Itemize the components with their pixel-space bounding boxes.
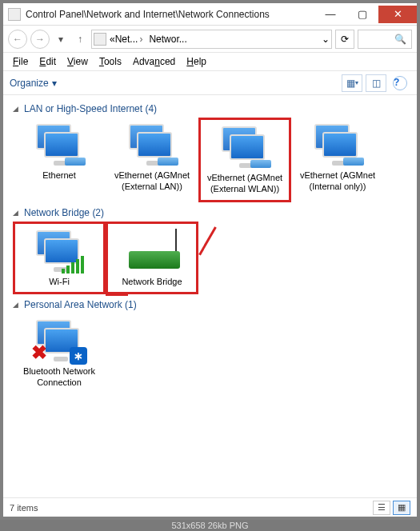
connection-item-vethernet-ext-wlan[interactable]: vEthernet (AGMnet (External WLAN))	[198, 118, 291, 202]
group-count: (4)	[145, 103, 157, 114]
content-area: ◢ LAN or High-Speed Internet (4) Etherne…	[3, 95, 417, 497]
network-bridge-icon	[122, 229, 182, 277]
preview-pane-button[interactable]: ◫	[366, 74, 386, 92]
status-bar: 7 items ☰ ▦	[3, 497, 417, 517]
connection-item-ethernet[interactable]: Ethernet	[13, 118, 106, 202]
group-label: Network Bridge	[24, 207, 90, 218]
connection-item-vethernet-internal[interactable]: vEthernet (AGMnet (Internal only))	[291, 118, 384, 202]
bluetooth-adapter-icon: ✖∗	[30, 318, 89, 366]
breadcrumb-current[interactable]: Networ...	[146, 34, 190, 45]
control-panel-icon	[8, 8, 21, 21]
nav-bar: ← → ▾ ↑ « Net...› Networ... ⌄ ⟳ 🔍	[3, 26, 417, 53]
group-count: (1)	[125, 299, 137, 310]
group-label: LAN or High-Speed Internet	[24, 103, 142, 114]
title-bar: Control Panel\Network and Internet\Netwo…	[3, 3, 417, 26]
crumb-text: Networ...	[149, 34, 186, 45]
item-label: vEthernet (AGMnet (External WLAN))	[202, 173, 287, 195]
up-button[interactable]: ↑	[72, 31, 88, 47]
breadcrumb-prev[interactable]: « Net...›	[106, 34, 146, 45]
search-box[interactable]: 🔍	[358, 30, 412, 49]
refresh-button[interactable]: ⟳	[335, 30, 354, 49]
recent-dropdown[interactable]: ▾	[53, 31, 69, 47]
explorer-window: Control Panel\Network and Internet\Netwo…	[0, 0, 420, 520]
network-adapter-icon	[30, 122, 89, 170]
details-view-button[interactable]: ☰	[373, 501, 390, 515]
network-adapter-icon	[308, 122, 367, 170]
group-count: (2)	[92, 207, 104, 218]
item-label: Wi-Fi	[49, 277, 70, 288]
network-adapter-icon	[122, 122, 182, 170]
icons-view-button[interactable]: ▦	[393, 501, 410, 515]
menu-file[interactable]: File	[13, 56, 28, 67]
item-label: vEthernet (AGMnet (External LAN))	[107, 170, 197, 193]
address-bar[interactable]: « Net...› Networ... ⌄	[91, 30, 332, 49]
group-items-lan: Ethernet vEthernet (AGMnet (External LAN…	[13, 118, 409, 202]
group-header-lan[interactable]: ◢ LAN or High-Speed Internet (4)	[13, 103, 409, 114]
help-button[interactable]: ?	[390, 74, 410, 92]
menu-tools[interactable]: Tools	[99, 56, 122, 67]
organize-button[interactable]: Organize ▾	[10, 78, 57, 89]
group-label: Personal Area Network	[24, 299, 122, 310]
annotation-line	[106, 293, 128, 296]
menu-edit[interactable]: Edit	[39, 56, 56, 67]
connection-item-wifi[interactable]: Wi-Fi	[13, 222, 106, 295]
minimize-button[interactable]: —	[314, 6, 346, 23]
collapse-caret-icon: ◢	[13, 105, 21, 113]
forward-button[interactable]: →	[30, 30, 50, 49]
group-header-pan[interactable]: ◢ Personal Area Network (1)	[13, 299, 409, 310]
menu-view[interactable]: View	[67, 56, 88, 67]
collapse-caret-icon: ◢	[13, 301, 21, 309]
window-title: Control Panel\Network and Internet\Netwo…	[26, 9, 314, 20]
menu-help[interactable]: Help	[186, 56, 206, 67]
image-footer: 531x658 26kb PNG	[0, 520, 420, 530]
item-count: 7 items	[10, 503, 38, 513]
organize-label: Organize	[10, 78, 49, 89]
close-button[interactable]: ✕	[378, 6, 417, 23]
chevron-down-icon: ▾	[52, 78, 57, 89]
connection-item-vethernet-ext-lan[interactable]: vEthernet (AGMnet (External LAN))	[106, 118, 198, 202]
window-buttons: — ▢ ✕	[314, 6, 417, 23]
group-items-pan: ✖∗ Bluetooth Network Connection	[13, 313, 409, 393]
back-button[interactable]: ←	[8, 30, 27, 49]
search-icon: 🔍	[394, 34, 406, 45]
toolbar: Organize ▾ ▦▾ ◫ ?	[3, 71, 417, 95]
network-adapter-icon	[215, 125, 274, 173]
connection-item-bluetooth[interactable]: ✖∗ Bluetooth Network Connection	[13, 313, 106, 393]
crumb-text: Net...	[115, 34, 138, 45]
group-header-bridge[interactable]: ◢ Network Bridge (2)	[13, 207, 409, 218]
wifi-adapter-icon	[30, 229, 89, 277]
collapse-caret-icon: ◢	[13, 209, 21, 217]
address-dropdown[interactable]: ⌄	[322, 34, 330, 45]
menu-bar: File Edit View Tools Advanced Help	[3, 53, 417, 71]
connection-item-bridge[interactable]: Network Bridge	[106, 222, 198, 295]
address-icon	[94, 33, 106, 46]
item-label: Ethernet	[42, 170, 76, 182]
maximize-button[interactable]: ▢	[346, 6, 378, 23]
menu-advanced[interactable]: Advanced	[133, 56, 175, 67]
item-label: vEthernet (AGMnet (Internal only))	[293, 170, 382, 193]
item-label: Bluetooth Network Connection	[14, 366, 104, 389]
item-label: Network Bridge	[122, 277, 182, 288]
view-mode-button[interactable]: ▦▾	[342, 74, 362, 92]
